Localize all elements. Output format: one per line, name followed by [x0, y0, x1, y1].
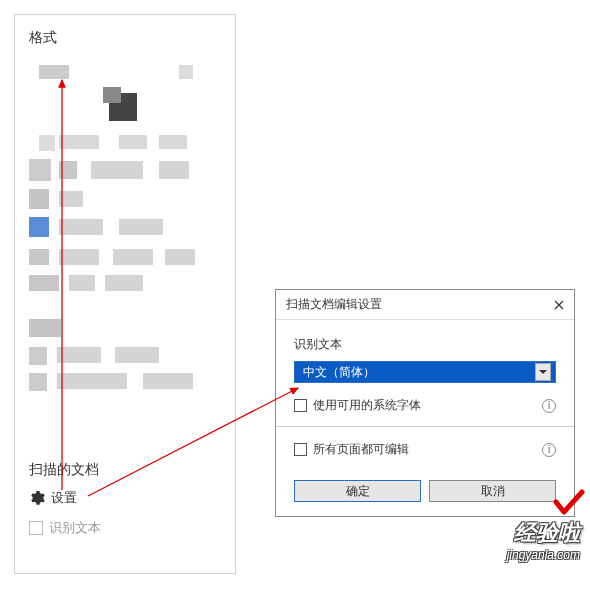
info-icon[interactable]: i	[542, 443, 556, 457]
all-pages-editable-row[interactable]: 所有页面都可编辑 i	[294, 441, 556, 458]
use-system-font-label: 使用可用的系统字体	[313, 397, 421, 414]
pixelated-content	[29, 57, 221, 397]
all-pages-editable-label: 所有页面都可编辑	[313, 441, 409, 458]
info-icon[interactable]: i	[542, 399, 556, 413]
dialog-body: 识别文本 中文（简体） 使用可用的系统字体 i 所有页面都可编辑 i	[276, 320, 574, 480]
scan-settings-dialog: 扫描文档编辑设置 识别文本 中文（简体） 使用可用的系统字体 i 所有页面都可编…	[275, 289, 575, 517]
watermark: 经验啦 jingyanla.com	[507, 518, 580, 562]
language-dropdown[interactable]: 中文（简体）	[294, 361, 556, 383]
checkbox-icon[interactable]	[294, 443, 307, 456]
close-button[interactable]	[552, 298, 566, 312]
language-selected-value: 中文（简体）	[303, 364, 375, 381]
dialog-title: 扫描文档编辑设置	[286, 296, 382, 313]
settings-button[interactable]: 设置	[29, 489, 221, 507]
scanned-docs-title: 扫描的文档	[29, 461, 221, 479]
ok-button[interactable]: 确定	[294, 480, 421, 502]
settings-label: 设置	[51, 489, 77, 507]
recognize-text-checkbox-row[interactable]: 识别文本	[29, 519, 221, 537]
watermark-main: 经验啦	[507, 518, 580, 548]
chevron-down-icon[interactable]	[535, 363, 551, 381]
gear-icon	[29, 490, 45, 506]
panel-title: 格式	[29, 29, 221, 47]
use-system-font-row[interactable]: 使用可用的系统字体 i	[294, 397, 556, 414]
recognize-text-label: 识别文本	[49, 519, 101, 537]
watermark-sub: jingyanla.com	[507, 548, 580, 562]
checkbox-icon[interactable]	[29, 521, 43, 535]
recognize-text-section-label: 识别文本	[294, 336, 556, 353]
dialog-button-row: 确定 取消	[276, 480, 574, 516]
dialog-titlebar: 扫描文档编辑设置	[276, 290, 574, 320]
cancel-button[interactable]: 取消	[429, 480, 556, 502]
format-panel: 格式 扫描的文档	[14, 14, 236, 574]
checkbox-icon[interactable]	[294, 399, 307, 412]
divider	[276, 426, 574, 427]
